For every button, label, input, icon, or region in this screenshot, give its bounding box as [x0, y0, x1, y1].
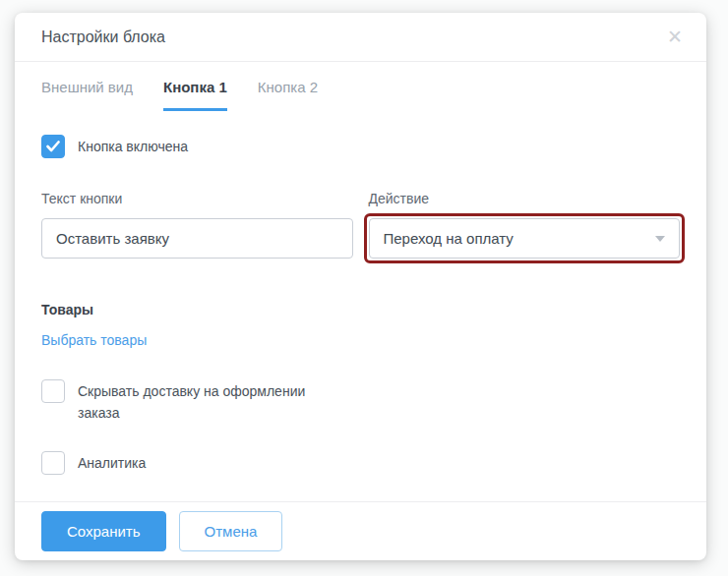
action-field-group: Действие Переход на оплату: [369, 191, 681, 259]
action-select[interactable]: Переход на оплату: [369, 218, 681, 259]
button-text-field-group: Текст кнопки: [41, 191, 353, 259]
button-text-input[interactable]: [41, 218, 353, 259]
dialog-header: Настройки блока ✕: [15, 13, 706, 62]
block-settings-dialog: Настройки блока ✕ Внешний вид Кнопка 1 К…: [15, 13, 706, 560]
hide-delivery-row: Скрывать доставку на оформлении заказа: [41, 379, 680, 424]
analytics-checkbox[interactable]: [41, 451, 65, 475]
button-enabled-label: Кнопка включена: [78, 135, 188, 158]
tab-button-2[interactable]: Кнопка 2: [258, 79, 318, 111]
checkmark-icon: [46, 141, 60, 152]
select-products-link[interactable]: Выбрать товары: [41, 332, 147, 348]
analytics-row: Аналитика: [41, 451, 680, 475]
button-enabled-row: Кнопка включена: [41, 135, 680, 158]
tab-appearance[interactable]: Внешний вид: [41, 79, 133, 111]
cancel-button[interactable]: Отмена: [179, 511, 283, 551]
tab-bar: Внешний вид Кнопка 1 Кнопка 2: [41, 79, 680, 111]
hide-delivery-label: Скрывать доставку на оформлении заказа: [78, 379, 326, 424]
dialog-content: Кнопка включена Текст кнопки Действие Пе…: [15, 135, 706, 475]
analytics-label: Аналитика: [78, 451, 146, 475]
save-button[interactable]: Сохранить: [41, 511, 166, 551]
action-selected-value: Переход на оплату: [384, 230, 656, 247]
close-icon[interactable]: ✕: [661, 24, 689, 50]
tab-button-1[interactable]: Кнопка 1: [163, 79, 227, 111]
action-label: Действие: [369, 191, 681, 206]
hide-delivery-checkbox[interactable]: [41, 379, 65, 403]
dialog-footer: Сохранить Отмена: [15, 501, 706, 560]
dialog-title: Настройки блока: [41, 29, 661, 46]
button-text-label: Текст кнопки: [41, 191, 353, 206]
products-heading: Товары: [41, 302, 680, 317]
fields-row: Текст кнопки Действие Переход на оплату: [41, 191, 680, 259]
chevron-down-icon: [655, 236, 665, 242]
button-enabled-checkbox[interactable]: [41, 135, 65, 158]
annotation-highlight-box: Переход на оплату: [364, 213, 686, 263]
